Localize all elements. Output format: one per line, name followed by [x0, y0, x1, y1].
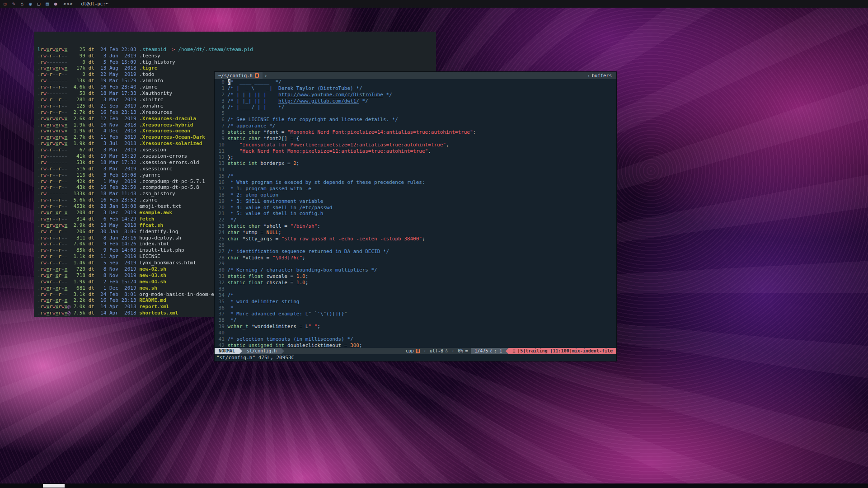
list-item: .rwxrwxrwx 17k dt 13 Aug 2018 .tigrc — [38, 65, 436, 71]
code-line: 4 /* |____/ |_| */ — [216, 104, 616, 111]
list-item: .rw-r--r-- 99 dt 3 Jun 2019 .teensy — [38, 53, 436, 59]
code-line: 10 "Inconsolata for Powerline:pixelsize=… — [216, 142, 616, 148]
code-line: 6 /* See LICENSE file for copyright and … — [216, 117, 616, 123]
code-line: 30 /* Kerning / character bounding-box m… — [216, 267, 616, 273]
code-line: 35 * word delimiter string — [216, 299, 616, 305]
code-line: 5 — [216, 110, 616, 117]
warnings-icon: ≡ — [512, 348, 515, 354]
tab-label: ~/s/config.h — [218, 73, 253, 78]
statusline-warnings: ≡ [5]trailing [11:100]mix-indent-file — [509, 348, 616, 354]
code-line: 2 /* | | | || | http://www.youtube.com/c… — [216, 92, 616, 98]
code-line: 28 char *vtiden = "\033[?6c"; — [216, 255, 616, 261]
code-line: 23 static char *shell = "/bin/sh"; — [216, 223, 616, 230]
code-line: 11 "Hack Nerd Font Mono:pixelsize=11:ant… — [216, 148, 616, 155]
code-line: 34 /* — [216, 292, 616, 299]
code-line: 19 * 3: SHELL environment variable — [216, 198, 616, 205]
code-line: 15 /* — [216, 173, 616, 179]
vim-statusline: NORMAL st/config.h cpp H ‹ utf-8 ☃ ‹ 0% … — [215, 348, 616, 354]
code-line: 13 static int borderpx = 2; — [216, 160, 616, 167]
vim-tabline: ~/s/config.h H › ‹ buffers — [215, 72, 616, 79]
filetype-label: cpp — [406, 348, 414, 354]
code-line: 1 /* | _ \_ _| Derek Taylor (DistroTube)… — [216, 85, 616, 92]
code-line: 22 */ — [216, 217, 616, 223]
files-icon[interactable]: ▤ — [46, 0, 49, 8]
list-item: lrwxrwxrwx 25 dt 24 Feb 22:03 .steampid … — [38, 47, 436, 53]
code-line: 36 * — [216, 305, 616, 311]
code-line: 17 * 1: program passed with -e — [216, 186, 616, 192]
code-line: 31 static float cwscale = 1.0; — [216, 273, 616, 280]
code-line: 42 static unsigned int doubleclicktimeou… — [216, 343, 616, 348]
active-window-indicator[interactable] — [43, 484, 65, 488]
filetype-h-icon: H — [416, 349, 420, 353]
camera-icon[interactable]: ◉ — [29, 0, 32, 8]
taskbar — [0, 483, 868, 488]
code-line: 26 — [216, 242, 616, 249]
topbar: ⊞✎⌂◉▢▤● ><> dt@dt-pc:~ — [0, 0, 868, 8]
powerline-separator — [506, 348, 509, 354]
code-line: 25 char *stty_args = "stty raw pass8 nl … — [216, 236, 616, 242]
tab-config-h[interactable]: ~/s/config.h H — [215, 72, 263, 79]
statusline-position: 1/475 ℓ : 1 — [471, 348, 506, 354]
column-position: : 1 — [494, 348, 502, 354]
code-line: 38 */ — [216, 317, 616, 324]
code-line: 21 * 5: value of shell in config.h — [216, 211, 616, 217]
thin-separator: ‹ — [451, 348, 455, 354]
terminal-vim-editor[interactable]: ~/s/config.h H › ‹ buffers 0 /* ____ ___… — [214, 71, 617, 361]
statusline-filetype: cpp H — [403, 348, 423, 354]
lines-icon: ≡ — [465, 348, 468, 354]
code-line: 41 /* selection timeouts (in millisecond… — [216, 336, 616, 343]
code-line: 27 /* identification sequence returned i… — [216, 249, 616, 255]
chevron-right-icon: › — [263, 73, 269, 78]
code-area[interactable]: 0 /* ____ _____ */ 1 /* | _ \_ _| Derek … — [215, 79, 616, 348]
code-line: 33 — [216, 286, 616, 292]
code-line: 16 * What program is execed by st depend… — [216, 179, 616, 186]
code-line: 7 /* appearance */ — [216, 123, 616, 129]
code-line: 40 — [216, 330, 616, 336]
statusline-spacer — [284, 348, 402, 354]
code-line: 29 — [216, 261, 616, 267]
apps-icon[interactable]: ⊞ — [4, 0, 7, 8]
filetype-h-icon: H — [255, 73, 259, 78]
code-line: 3 /* | |_| || | http://www.gitlab.com/dw… — [216, 98, 616, 104]
topbar-icons: ⊞✎⌂◉▢▤● — [4, 0, 57, 8]
bank-icon[interactable]: ⌂ — [20, 0, 23, 8]
code-line: 20 * 4: value of shell in /etc/passwd — [216, 205, 616, 211]
edit-icon[interactable]: ✎ — [12, 0, 15, 8]
statusline-encoding: utf-8 ☃ — [427, 348, 451, 354]
record-icon[interactable]: ● — [54, 0, 57, 8]
thin-separator: ‹ — [423, 348, 427, 354]
code-line: 18 * 2: utmp option — [216, 192, 616, 198]
code-line: 12 }; — [216, 155, 616, 161]
encoding-label: utf-8 — [430, 348, 443, 354]
buffers-label[interactable]: buffers — [592, 73, 616, 78]
vim-cmdline: "st/config.h" 475L, 20953C — [215, 354, 616, 361]
code-line: 9 static char *font2[] = { — [216, 136, 616, 142]
scroll-percent: 0% — [458, 348, 463, 354]
code-line: 37 * More advanced example: L" `'\"()[]{… — [216, 311, 616, 317]
mode-indicator: NORMAL — [215, 348, 239, 354]
warnings-text: [5]trailing [11:100]mix-indent-file — [517, 348, 613, 354]
code-line: 24 char *utmp = NULL; — [216, 230, 616, 236]
powerline-separator — [281, 348, 284, 354]
code-line: 39 wchar_t *worddelimiters = L" "; — [216, 324, 616, 330]
line-icon: ℓ — [490, 348, 492, 354]
line-position: 1/475 — [474, 348, 488, 354]
statusline-percent: 0% ≡ — [455, 348, 471, 354]
powerline-separator — [239, 348, 242, 354]
list-item: .rw------- 0 dt 5 Feb 15:09 .tig_history — [38, 59, 436, 66]
statusline-filename: st/config.h — [242, 348, 281, 354]
code-line: 32 static float chscale = 1.0; — [216, 280, 616, 286]
display-icon[interactable]: ▢ — [38, 0, 41, 8]
os-icon: ☃ — [445, 348, 448, 354]
code-line: 0 /* ____ _____ */ — [216, 79, 616, 85]
code-line: 8 static char *font = "Mononoki Nerd Fon… — [216, 129, 616, 136]
window-title: dt@dt-pc:~ — [81, 1, 108, 6]
code-line: 14 — [216, 167, 616, 173]
fish-shell-glyph: ><> — [63, 1, 73, 6]
chevron-left-icon: ‹ — [585, 73, 591, 78]
